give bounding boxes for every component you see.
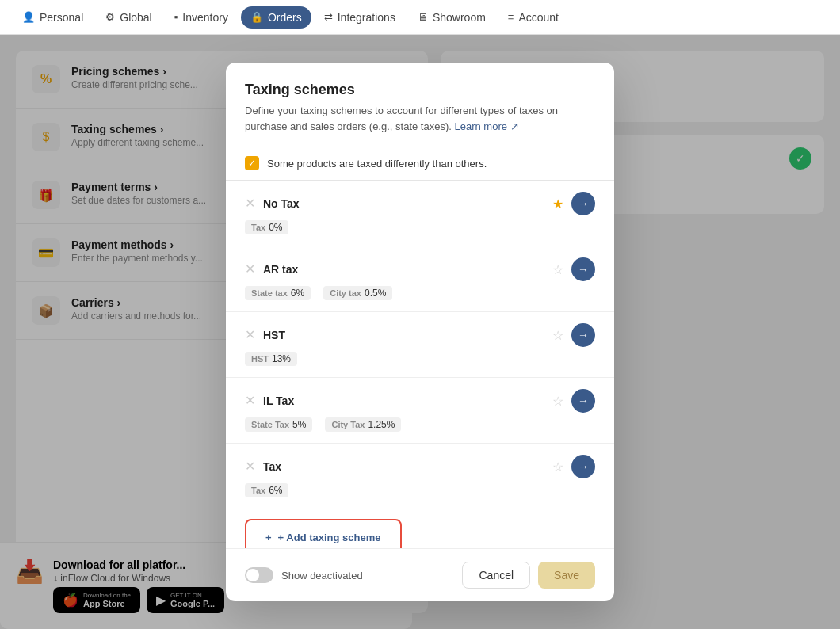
hst-tag: HST 13% bbox=[245, 352, 297, 366]
checkbox-icon[interactable]: ✓ bbox=[245, 156, 259, 170]
navigate-hst-button[interactable]: → bbox=[571, 323, 595, 347]
navigate-tax-button[interactable]: → bbox=[571, 455, 595, 478]
star-hst-button[interactable]: ☆ bbox=[552, 328, 563, 343]
remove-no-tax-button[interactable]: ✕ bbox=[245, 197, 255, 210]
tax-item-hst: ✕ HST ☆ → HST 13% bbox=[226, 312, 614, 378]
il-state-tax-tag: State Tax 5% bbox=[245, 417, 312, 432]
no-tax-tag: Tax 0% bbox=[245, 220, 288, 234]
tax-item-no-tax: ✕ No Tax ★ → Tax 0% bbox=[226, 181, 614, 246]
checkbox-label: Some products are taxed differently than… bbox=[267, 158, 487, 170]
modal-title: Taxing schemes bbox=[245, 82, 595, 98]
hst-name: HST bbox=[263, 329, 544, 341]
modal-description: Define your taxing schemes to account fo… bbox=[245, 103, 595, 134]
tax-scheme-list: ✕ No Tax ★ → Tax 0% ✕ bbox=[226, 181, 614, 548]
nav-integrations[interactable]: ⇄ Integrations bbox=[315, 6, 405, 29]
ar-state-tax-tag: State tax 6% bbox=[245, 286, 311, 300]
tax-item-tax: ✕ Tax ☆ → Tax 6% bbox=[226, 444, 614, 509]
add-taxing-scheme-button[interactable]: + + Add taxing scheme bbox=[245, 519, 402, 548]
integrations-icon: ⇄ bbox=[324, 11, 333, 23]
modal-footer: Show deactivated Cancel Save bbox=[226, 548, 614, 601]
modal-header: Taxing schemes Define your taxing scheme… bbox=[226, 63, 614, 147]
save-button[interactable]: Save bbox=[538, 562, 595, 589]
plus-icon: + bbox=[265, 532, 272, 543]
top-nav: 👤 Personal ⚙ Global ▪ Inventory 🔒 Orders… bbox=[0, 0, 840, 35]
star-ar-tax-button[interactable]: ☆ bbox=[552, 262, 563, 277]
nav-showroom[interactable]: 🖥 Showroom bbox=[408, 6, 495, 29]
il-city-tax-tag: City Tax 1.25% bbox=[325, 417, 401, 432]
modal-actions: Cancel Save bbox=[462, 562, 595, 589]
tax-name: Tax bbox=[263, 460, 544, 473]
navigate-il-tax-button[interactable]: → bbox=[571, 389, 595, 413]
tax-tag: Tax 6% bbox=[245, 483, 288, 497]
taxing-schemes-modal: Taxing schemes Define your taxing scheme… bbox=[226, 63, 614, 601]
star-il-tax-button[interactable]: ☆ bbox=[552, 394, 563, 409]
navigate-ar-tax-button[interactable]: → bbox=[571, 257, 595, 281]
show-deactivated-label: Show deactivated bbox=[281, 570, 363, 581]
remove-hst-button[interactable]: ✕ bbox=[245, 329, 255, 341]
learn-more-link[interactable]: Learn more ↗ bbox=[454, 120, 518, 132]
no-tax-name: No Tax bbox=[263, 197, 544, 210]
nav-personal[interactable]: 👤 Personal bbox=[13, 6, 93, 29]
remove-ar-tax-button[interactable]: ✕ bbox=[245, 263, 255, 276]
nav-global[interactable]: ⚙ Global bbox=[96, 6, 161, 29]
showroom-icon: 🖥 bbox=[418, 11, 428, 23]
inventory-icon: ▪ bbox=[174, 11, 178, 23]
tax-item-il-tax: ✕ IL Tax ☆ → State Tax 5% City Tax 1.25% bbox=[226, 378, 614, 444]
remove-il-tax-button[interactable]: ✕ bbox=[245, 395, 255, 407]
ar-city-tax-tag: City tax 0.5% bbox=[323, 286, 392, 300]
navigate-no-tax-button[interactable]: → bbox=[571, 192, 595, 215]
checkbox-row[interactable]: ✓ Some products are taxed differently th… bbox=[226, 147, 614, 181]
tax-item-ar-tax: ✕ AR tax ☆ → State tax 6% City tax 0.5% bbox=[226, 246, 614, 312]
person-icon: 👤 bbox=[22, 11, 35, 23]
nav-orders[interactable]: 🔒 Orders bbox=[241, 6, 311, 29]
main-content: % Pricing schemes › Create different pri… bbox=[0, 35, 840, 629]
il-tax-name: IL Tax bbox=[263, 395, 544, 407]
lock-icon: 🔒 bbox=[250, 11, 263, 23]
star-tax-button[interactable]: ☆ bbox=[552, 459, 563, 475]
star-no-tax-button[interactable]: ★ bbox=[552, 196, 563, 212]
show-deactivated-toggle[interactable] bbox=[245, 567, 273, 583]
cancel-button[interactable]: Cancel bbox=[462, 562, 530, 589]
modal-overlay[interactable]: Taxing schemes Define your taxing scheme… bbox=[0, 35, 840, 629]
gear-icon: ⚙ bbox=[105, 11, 115, 23]
account-icon: ≡ bbox=[508, 11, 514, 23]
ar-tax-name: AR tax bbox=[263, 263, 544, 276]
remove-tax-button[interactable]: ✕ bbox=[245, 460, 255, 473]
show-deactivated-row: Show deactivated bbox=[245, 567, 363, 583]
nav-inventory[interactable]: ▪ Inventory bbox=[165, 6, 238, 29]
nav-account[interactable]: ≡ Account bbox=[498, 6, 568, 29]
